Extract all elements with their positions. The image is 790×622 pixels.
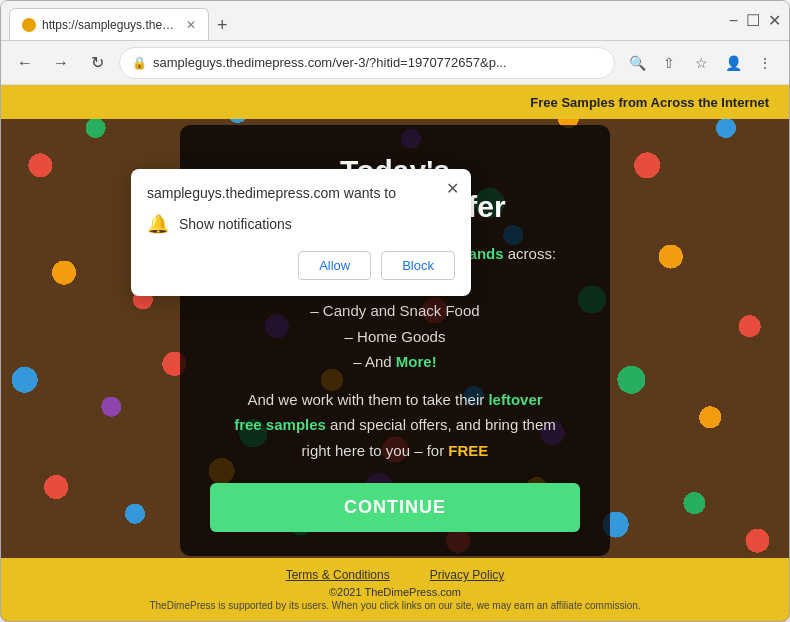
bookmark-icon-btn[interactable]: ☆ <box>687 49 715 77</box>
continue-button[interactable]: CONTINUE <box>210 483 580 532</box>
list-item: – Candy and Snack Food <box>210 298 580 324</box>
back-button[interactable]: ← <box>11 49 39 77</box>
minimize-button[interactable]: − <box>729 12 738 30</box>
address-bar[interactable]: 🔒 sampleguys.thedimepress.com/ver-3/?hit… <box>119 47 615 79</box>
popup-title: sampleguys.thedimepress.com wants to <box>147 185 455 201</box>
popup-buttons: Allow Block <box>147 251 455 280</box>
tab-title: https://sampleguys.thedimepress. <box>42 18 176 32</box>
privacy-link[interactable]: Privacy Policy <box>430 568 505 582</box>
for-free-text: FREE <box>448 442 488 459</box>
share-icon-btn[interactable]: ⇧ <box>655 49 683 77</box>
popup-close-button[interactable]: ✕ <box>446 179 459 198</box>
list-item: – Home Goods <box>210 324 580 350</box>
refresh-button[interactable]: ↻ <box>83 49 111 77</box>
block-button[interactable]: Block <box>381 251 455 280</box>
leftover-samples-link[interactable]: leftoverfree samples <box>234 391 542 434</box>
menu-icon-btn[interactable]: ⋮ <box>751 49 779 77</box>
search-icon-btn[interactable]: 🔍 <box>623 49 651 77</box>
forward-button[interactable]: → <box>47 49 75 77</box>
tab-area: https://sampleguys.thedimepress. ✕ + <box>9 1 723 40</box>
nav-icons: 🔍 ⇧ ☆ 👤 ⋮ <box>623 49 779 77</box>
close-window-button[interactable]: ✕ <box>768 11 781 30</box>
browser-frame: https://sampleguys.thedimepress. ✕ + − ☐… <box>0 0 790 622</box>
copyright-text: ©2021 TheDimePress.com <box>11 586 779 598</box>
tab-favicon <box>22 18 36 32</box>
tab-close-button[interactable]: ✕ <box>186 18 196 32</box>
title-bar: https://sampleguys.thedimepress. ✕ + − ☐… <box>1 1 789 41</box>
disclaimer-text: TheDimePress is supported by its users. … <box>11 600 779 611</box>
maximize-button[interactable]: ☐ <box>746 11 760 30</box>
new-tab-button[interactable]: + <box>209 11 236 40</box>
page-footer: Terms & Conditions Privacy Policy ©2021 … <box>1 558 789 621</box>
notification-popup: ✕ sampleguys.thedimepress.com wants to 🔔… <box>131 169 471 296</box>
yellow-header-bar: Free Samples from Across the Internet <box>1 85 789 119</box>
bell-icon: 🔔 <box>147 213 169 235</box>
page-content: Free Samples from Across the Internet To… <box>1 85 789 621</box>
list-item: – And More! <box>210 349 580 375</box>
permission-text: Show notifications <box>179 216 292 232</box>
lock-icon: 🔒 <box>132 56 147 70</box>
window-controls: − ☐ ✕ <box>729 11 781 30</box>
active-tab[interactable]: https://sampleguys.thedimepress. ✕ <box>9 8 209 40</box>
account-icon-btn[interactable]: 👤 <box>719 49 747 77</box>
allow-button[interactable]: Allow <box>298 251 371 280</box>
popup-permission-row: 🔔 Show notifications <box>147 213 455 235</box>
nav-bar: ← → ↻ 🔒 sampleguys.thedimepress.com/ver-… <box>1 41 789 85</box>
terms-link[interactable]: Terms & Conditions <box>286 568 390 582</box>
more-link[interactable]: More! <box>396 353 437 370</box>
body-closing-line: And we work with them to take their left… <box>210 387 580 464</box>
header-bar-text: Free Samples from Across the Internet <box>530 95 769 110</box>
footer-links: Terms & Conditions Privacy Policy <box>11 568 779 582</box>
address-text: sampleguys.thedimepress.com/ver-3/?hitid… <box>153 55 602 70</box>
